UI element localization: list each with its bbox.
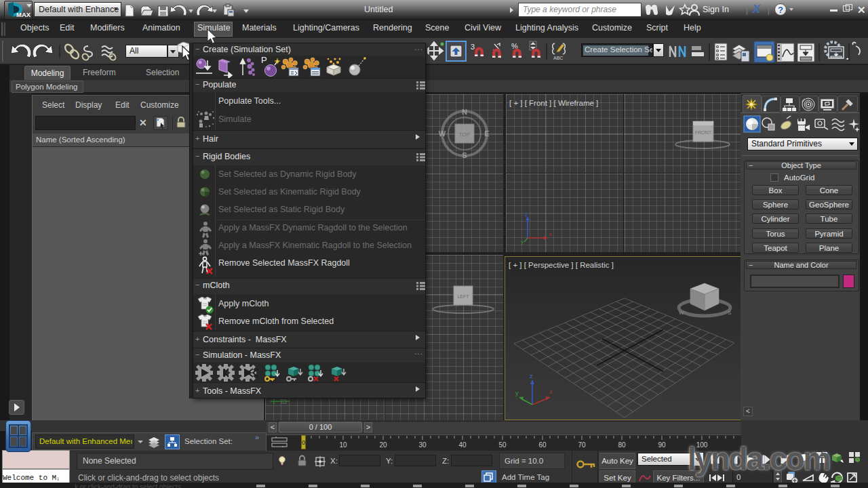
svg-text:W: W: [439, 129, 446, 138]
svg-text:40: 40: [458, 441, 467, 449]
svg-text:60: 60: [538, 441, 547, 449]
svg-text:20: 20: [379, 441, 387, 449]
svg-text:30: 30: [418, 441, 427, 449]
svg-text:TOP: TOP: [459, 131, 470, 138]
svg-text:LEFT: LEFT: [457, 294, 469, 299]
svg-text:3: 3: [471, 43, 475, 51]
svg-text:z: z: [525, 211, 528, 218]
svg-text:E: E: [484, 129, 489, 138]
svg-text:S: S: [728, 310, 731, 316]
svg-text:P: P: [261, 56, 267, 65]
svg-text:10: 10: [339, 441, 347, 449]
svg-text:80: 80: [618, 441, 626, 449]
svg-text:FRONT: FRONT: [695, 130, 712, 135]
svg-text:x: x: [549, 388, 553, 395]
svg-text:y: y: [521, 239, 524, 245]
svg-text:z: z: [530, 373, 533, 380]
svg-text:W: W: [679, 310, 684, 316]
svg-text:x: x: [549, 231, 552, 237]
svg-text:50: 50: [498, 441, 507, 449]
svg-text:90: 90: [658, 441, 666, 449]
svg-text:ABC: ABC: [553, 56, 563, 60]
svg-text:70: 70: [578, 441, 586, 449]
svg-text:y: y: [515, 390, 519, 396]
svg-text:N: N: [462, 108, 467, 116]
svg-text:S: S: [462, 151, 467, 159]
